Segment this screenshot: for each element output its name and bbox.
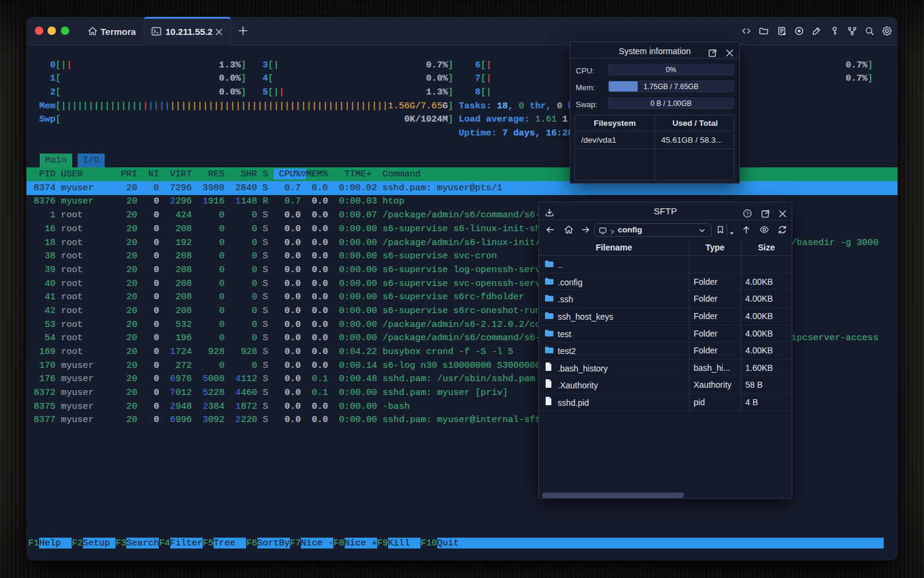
svg-text:?: ? xyxy=(746,211,749,217)
